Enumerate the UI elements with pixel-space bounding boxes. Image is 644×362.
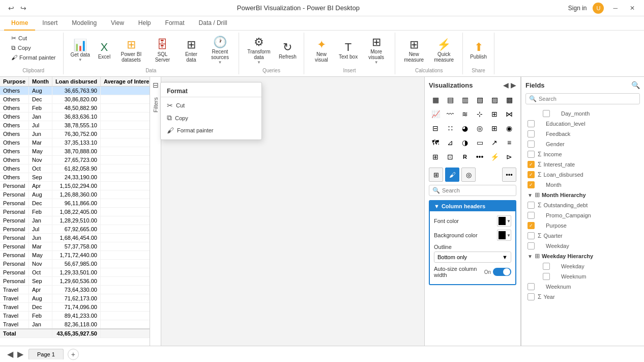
analytics-tab-button[interactable]: ◎ — [461, 168, 476, 182]
enter-data-button[interactable]: ⊞ Enter data — [178, 36, 204, 65]
field-item[interactable]: Education_level — [525, 119, 640, 129]
new-measure-button[interactable]: ⊞ New measure — [399, 36, 428, 65]
close-button[interactable]: ✕ — [627, 4, 638, 13]
table-row[interactable]: Others May 38,70,888.00 14.21 — [0, 147, 150, 156]
sql-server-button[interactable]: 🗄 SQL Server — [148, 36, 177, 65]
viz-line-stacked[interactable]: ⊞ — [488, 107, 501, 121]
field-checkbox[interactable] — [528, 120, 535, 127]
prev-page-button[interactable]: ◀ — [6, 349, 14, 359]
redo-button[interactable]: ↪ — [18, 3, 28, 13]
viz-gauge[interactable]: ◑ — [458, 136, 472, 149]
viz-key-influencers[interactable]: ⚡ — [488, 150, 501, 163]
table-row[interactable]: Others Jan 36,83,636.10 14.15 — [0, 113, 150, 121]
table-row[interactable]: Others Feb 48,50,882.90 12.95 — [0, 104, 150, 113]
page-1-tab[interactable]: Page 1 — [28, 349, 64, 360]
viz-line[interactable]: 📈 — [429, 107, 442, 121]
field-item[interactable]: Σ Year — [525, 292, 640, 302]
field-item[interactable]: Σ Loan_disbursed — [525, 170, 640, 180]
viz-funnel[interactable]: ⊿ — [444, 136, 457, 149]
viz-decomp[interactable]: ⊳ — [503, 150, 516, 163]
table-row[interactable]: Personal Aug 1,26,88,360.00 13.93 — [0, 190, 150, 199]
tab-view[interactable]: View — [104, 16, 131, 31]
table-row[interactable]: Personal Nov 56,67,985.00 13.94 — [0, 260, 150, 268]
field-item[interactable]: Weeknum — [525, 282, 640, 292]
viz-treemap[interactable]: ⊞ — [488, 122, 501, 135]
field-item[interactable]: Σ Quarter — [525, 231, 640, 241]
viz-more[interactable]: ••• — [473, 150, 486, 163]
outline-select[interactable]: Bottom only ▼ — [434, 252, 511, 263]
add-page-button[interactable]: + — [68, 349, 79, 360]
tab-home[interactable]: Home — [4, 16, 35, 31]
viz-line-clustered[interactable]: ⊹ — [473, 107, 486, 121]
fields-tab-button[interactable]: ⊞ — [429, 168, 443, 182]
tab-format[interactable]: Format — [158, 16, 192, 31]
field-item[interactable]: Feedback — [525, 129, 640, 139]
table-row[interactable]: Personal Jun 1,68,46,454.00 14.04 — [0, 234, 150, 242]
next-page-button[interactable]: ▶ — [16, 349, 24, 359]
field-item[interactable]: Σ Interest_rate — [525, 159, 640, 170]
publish-button[interactable]: ⬆ Publish — [467, 39, 490, 62]
table-row[interactable]: Others Jun 76,30,752.00 14.18 — [0, 130, 150, 138]
viz-filled-map[interactable]: 🗺 — [429, 136, 442, 149]
table-row[interactable]: Personal Oct 1,29,33,501.00 13.99 — [0, 268, 150, 277]
table-row[interactable]: Personal Mar 57,37,758.00 13.82 — [0, 242, 150, 251]
viz-table[interactable]: ⊞ — [429, 150, 442, 163]
viz-matrix[interactable]: ⊡ — [444, 150, 457, 163]
table-row[interactable]: Others Aug 36,65,763.90 14.30 — [0, 87, 150, 95]
field-checkbox[interactable] — [528, 232, 535, 239]
table-row[interactable]: Others Sep 24,33,190.00 14.27 — [0, 173, 150, 182]
viz-donut[interactable]: ◎ — [473, 122, 486, 135]
field-group-header[interactable]: ▼ ⊞ Weekday Hierarchy — [525, 251, 640, 261]
viz-100-stacked[interactable]: ▥ — [458, 93, 472, 106]
get-data-button[interactable]: 📊 Get data ▼ — [68, 37, 93, 64]
undo-button[interactable]: ↩ — [6, 3, 16, 13]
sign-in-link[interactable]: Sign in — [568, 5, 587, 12]
field-item[interactable]: Month — [525, 180, 640, 190]
table-row[interactable]: Others Nov 27,65,723.00 13.98 — [0, 156, 150, 164]
minimize-button[interactable]: ─ — [610, 4, 621, 13]
viz-waterfall[interactable]: ⊟ — [429, 122, 442, 135]
field-group-header[interactable]: ▼ ⊞ Month Hierarchy — [525, 190, 640, 200]
field-item[interactable]: Σ Outstanding_debt — [525, 200, 640, 210]
cut-button[interactable]: ✂ Cut — [8, 34, 59, 43]
field-checkbox[interactable] — [543, 110, 550, 117]
table-row[interactable]: Travel Jan 82,36,118.00 13.98 — [0, 320, 150, 329]
table-row[interactable]: Others Mar 37,35,133.10 13.83 — [0, 138, 150, 147]
table-row[interactable]: Personal Sep 1,29,60,536.00 13.98 — [0, 277, 150, 286]
toggle-track[interactable] — [493, 268, 511, 276]
format-tab-button[interactable]: 🖌 — [445, 168, 459, 182]
viz-search-input[interactable] — [442, 187, 513, 193]
new-visual-button[interactable]: ✦ New visual — [308, 36, 335, 65]
text-box-button[interactable]: T Text box — [336, 39, 361, 62]
tab-help[interactable]: Help — [131, 16, 158, 31]
more-format-button[interactable]: ••• — [502, 168, 516, 182]
popup-format-painter-item[interactable]: 🖌 Format painter — [161, 124, 261, 136]
field-checkbox[interactable] — [543, 263, 550, 270]
refresh-button[interactable]: ↻ Refresh — [276, 39, 300, 62]
field-checkbox[interactable] — [528, 283, 535, 290]
field-item[interactable]: Promo_Campaign — [525, 210, 640, 220]
popup-copy-item[interactable]: ⧉ Copy — [161, 112, 261, 124]
viz-stacked-bar[interactable]: ▦ — [429, 93, 442, 106]
column-headers-header[interactable]: ▼ Column headers — [430, 201, 515, 211]
format-painter-button[interactable]: 🖌 Format painter — [8, 53, 59, 62]
viz-scatter[interactable]: ∷ — [444, 122, 457, 135]
viz-stacked-area[interactable]: ≋ — [458, 107, 472, 121]
field-checkbox[interactable] — [528, 181, 535, 188]
field-checkbox[interactable] — [528, 222, 535, 229]
viz-map[interactable]: ◉ — [503, 122, 516, 135]
powerbi-datasets-button[interactable]: ⊞ Power BI datasets — [115, 36, 147, 65]
table-row[interactable]: Others Jul 38,78,555.10 13.96 — [0, 121, 150, 130]
viz-slicer[interactable]: ≡ — [503, 136, 516, 149]
field-checkbox[interactable] — [528, 151, 535, 158]
field-item[interactable]: Day_month — [525, 108, 640, 119]
field-item[interactable]: Weekday — [525, 241, 640, 251]
viz-pie[interactable]: ◕ — [458, 122, 472, 135]
field-item[interactable]: Gender — [525, 139, 640, 149]
field-checkbox[interactable] — [543, 273, 550, 280]
field-checkbox[interactable] — [528, 202, 535, 209]
table-row[interactable]: Travel Aug 71,62,173.00 14.03 — [0, 294, 150, 303]
field-checkbox[interactable] — [528, 293, 535, 300]
field-checkbox[interactable] — [528, 242, 535, 249]
table-scroll[interactable]: Purpose Month Loan disbursed Average of … — [0, 77, 150, 357]
